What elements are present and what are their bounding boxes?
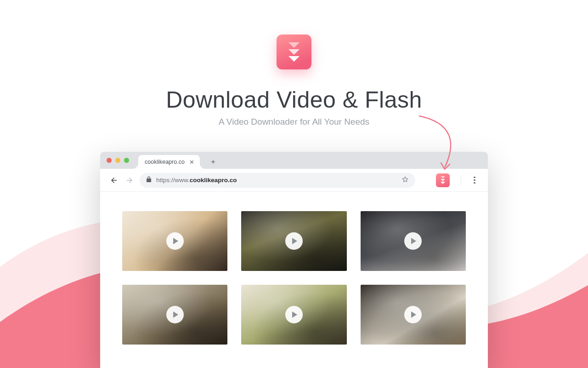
play-icon xyxy=(166,306,184,323)
play-icon xyxy=(404,232,422,250)
window-controls xyxy=(107,152,129,169)
toolbar-divider xyxy=(461,175,461,185)
new-tab-button[interactable]: + xyxy=(207,156,219,168)
video-thumbnail[interactable] xyxy=(122,285,227,345)
forward-button xyxy=(124,175,135,186)
hero-title: Download Video & Flash xyxy=(0,86,588,113)
close-tab-icon[interactable]: ✕ xyxy=(189,159,194,166)
video-thumbnail[interactable] xyxy=(361,211,466,271)
minimize-window-icon[interactable] xyxy=(115,158,120,163)
video-thumbnail[interactable] xyxy=(122,211,227,271)
play-icon xyxy=(404,306,422,323)
pointer-arrow-icon xyxy=(413,113,469,173)
app-logo-icon xyxy=(277,34,311,69)
video-grid xyxy=(100,192,488,364)
video-thumbnail[interactable] xyxy=(241,285,346,345)
hero-subtitle: A Video Downloader for All Your Needs xyxy=(0,117,588,127)
play-icon xyxy=(285,306,303,323)
video-thumbnail[interactable] xyxy=(241,211,346,271)
maximize-window-icon[interactable] xyxy=(124,158,129,163)
bookmark-star-icon[interactable] xyxy=(401,176,409,184)
video-thumbnail[interactable] xyxy=(361,285,466,345)
svg-marker-1 xyxy=(288,49,300,55)
browser-tab[interactable]: cooklikeapro.co ✕ xyxy=(138,155,200,169)
extension-button[interactable] xyxy=(436,173,450,187)
play-icon xyxy=(285,232,303,250)
extension-icon xyxy=(439,176,447,185)
close-window-icon[interactable] xyxy=(107,158,112,163)
browser-menu-button[interactable] xyxy=(469,177,480,184)
tab-title: cooklikeapro.co xyxy=(145,159,185,165)
address-bar[interactable]: https://www.cooklikeapro.co xyxy=(140,173,415,188)
svg-marker-2 xyxy=(288,56,300,62)
browser-window: cooklikeapro.co ✕ + https://www.cooklike… xyxy=(100,152,488,368)
svg-marker-5 xyxy=(441,182,445,184)
svg-marker-3 xyxy=(441,176,445,178)
play-icon xyxy=(166,232,184,250)
svg-marker-0 xyxy=(288,42,300,48)
url-text: https://www.cooklikeapro.co xyxy=(156,177,237,184)
back-button[interactable] xyxy=(108,175,119,186)
lock-icon xyxy=(146,176,152,184)
svg-marker-4 xyxy=(441,179,445,181)
